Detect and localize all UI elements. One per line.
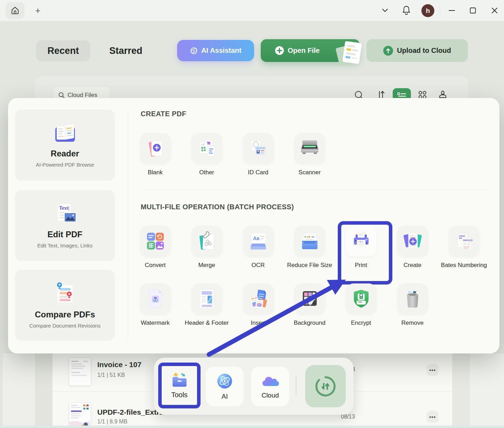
tool-background[interactable]: Background (284, 283, 335, 327)
tool-id-card[interactable]: ID Card (232, 133, 284, 176)
tools-dock-button[interactable]: Tools (158, 363, 201, 408)
user-avatar[interactable]: h (421, 4, 434, 17)
tool-print[interactable]: Print (335, 226, 387, 269)
edit-pdf-subtitle: Edit Text, Images, Links (37, 243, 92, 248)
multi-file-heading: MULTI-FILE OPERATION (BATCH PROCESS) (141, 203, 294, 211)
tool-insert[interactable]: Insert (232, 283, 284, 327)
ai-dock-button[interactable]: AI (206, 367, 244, 406)
cloud-label: Cloud (261, 392, 279, 399)
app-window: + h Recent Starred AI Assistant Open Fil… (0, 0, 504, 428)
edit-pdf-title: Edit PDF (48, 230, 83, 239)
cloud-dock-button[interactable]: Cloud (251, 367, 289, 406)
tab-home[interactable] (6, 2, 24, 19)
tool-convert[interactable]: Convert (130, 226, 181, 269)
upload-to-cloud-label: Upload to Cloud (397, 47, 451, 55)
file-meta: 1/1 | 51 KB (97, 372, 125, 378)
tools-folder-icon (170, 372, 189, 388)
tool-reduce-file-size[interactable]: Reduce File Size (284, 226, 335, 269)
scanner-icon (300, 139, 320, 158)
svg-text:000123: 000123 (463, 239, 473, 242)
tool-merge[interactable]: Merge (181, 226, 232, 269)
watermark-icon (147, 289, 164, 309)
reader-subtitle: AI-Powered PDF Browse (36, 162, 94, 168)
tool-encrypt[interactable]: *** Encrypt (335, 283, 387, 327)
background-icon (300, 289, 319, 308)
tool-create[interactable]: Create (387, 226, 438, 269)
minimize-button[interactable] (446, 5, 458, 16)
other-docs-icon (197, 139, 217, 158)
compare-pdfs-subtitle: Compare Document Revisions (29, 323, 100, 329)
avatar-initial: h (426, 7, 430, 15)
background-sidebar (3, 353, 35, 428)
file-thumbnail[interactable] (69, 358, 91, 386)
file-meta: 1/1 | 8.9 MB (97, 419, 127, 425)
scrollbar-track[interactable] (452, 353, 470, 426)
bates-numbering-icon: 000123 (454, 231, 474, 251)
compare-pdfs-card[interactable]: Compare PDFs Compare Document Revisions (15, 270, 115, 341)
ocr-icon: Aa (248, 232, 268, 251)
header-footer-icon (198, 289, 216, 309)
encrypt-shield-icon: *** (352, 289, 371, 309)
tool-scanner[interactable]: Scanner (284, 133, 335, 176)
tool-watermark[interactable]: Watermark (130, 283, 181, 327)
titlebar: + h (0, 0, 504, 21)
tool-ocr[interactable]: Aa OCR (232, 226, 284, 269)
ai-sparkle-icon (190, 47, 198, 55)
new-tab-button[interactable]: + (32, 5, 43, 16)
remove-trash-icon (403, 289, 422, 309)
file-more-button[interactable]: ••• (427, 411, 439, 423)
paper-stack-illustration (335, 35, 366, 66)
print-icon (351, 231, 371, 251)
bottom-edge (0, 426, 504, 428)
tool-blank[interactable]: Blank (130, 133, 181, 176)
panel-divider (128, 110, 128, 339)
titlebar-divider (440, 6, 440, 15)
edit-pdf-icon: Text| (53, 203, 77, 225)
open-file-button[interactable]: Open File (261, 39, 360, 62)
maximize-button[interactable] (467, 5, 479, 16)
tab-starred[interactable]: Starred (102, 40, 149, 61)
tool-bates-numbering[interactable]: 000123 Bates Numbering (438, 226, 490, 269)
background-sidebar-strip (35, 353, 52, 428)
notifications-bell-icon[interactable] (400, 4, 412, 17)
reader-card[interactable]: Reader AI-Powered PDF Browse (15, 110, 115, 181)
compare-pdfs-title: Compare PDFs (35, 310, 95, 320)
ai-swirl-icon (217, 373, 233, 389)
reader-title: Reader (51, 149, 79, 159)
create-pdf-heading: CREATE PDF (141, 110, 186, 118)
tool-remove[interactable]: Remove (387, 283, 438, 327)
close-button[interactable] (489, 5, 500, 16)
plus-circle-icon (275, 46, 284, 55)
ai-label: AI (222, 393, 228, 400)
svg-text:Text|: Text| (59, 205, 69, 211)
file-more-button[interactable]: ••• (427, 364, 439, 376)
edit-pdf-card[interactable]: Text| Edit PDF Edit Text, Images, Links (15, 190, 115, 261)
ai-assistant-label: AI Assistant (201, 47, 241, 55)
tab-recent[interactable]: Recent (36, 40, 90, 61)
convert-icon (146, 232, 165, 251)
id-card-icon (248, 139, 268, 158)
reduce-file-size-icon (300, 232, 320, 251)
tool-header-footer[interactable]: Header & Footer (181, 283, 232, 327)
tools-panel: Reader AI-Powered PDF Browse Text| Edit … (8, 98, 499, 353)
file-name[interactable]: Invoice - 107 (97, 360, 141, 369)
upload-to-cloud-button[interactable]: Upload to Cloud (366, 39, 468, 62)
merge-icon (197, 231, 216, 251)
upload-arrow-icon (383, 46, 393, 56)
dock-divider (296, 376, 296, 395)
quick-dock: Tools AI Cloud (154, 358, 354, 415)
svg-text:***: *** (358, 301, 362, 305)
insert-icon (248, 289, 268, 309)
tool-other[interactable]: Other (181, 133, 232, 176)
open-file-label: Open File (288, 47, 320, 55)
create-icon (402, 232, 423, 251)
tools-label: Tools (171, 391, 188, 399)
cloud-icon (261, 374, 279, 388)
home-icon (10, 6, 20, 15)
svg-text:Aa: Aa (253, 236, 259, 241)
ai-assistant-button[interactable]: AI Assistant (177, 40, 254, 61)
chevron-down-icon[interactable] (379, 5, 391, 16)
file-thumbnail[interactable] (69, 402, 91, 428)
blank-icon (146, 139, 165, 158)
transfer-dock-button[interactable] (305, 365, 346, 407)
